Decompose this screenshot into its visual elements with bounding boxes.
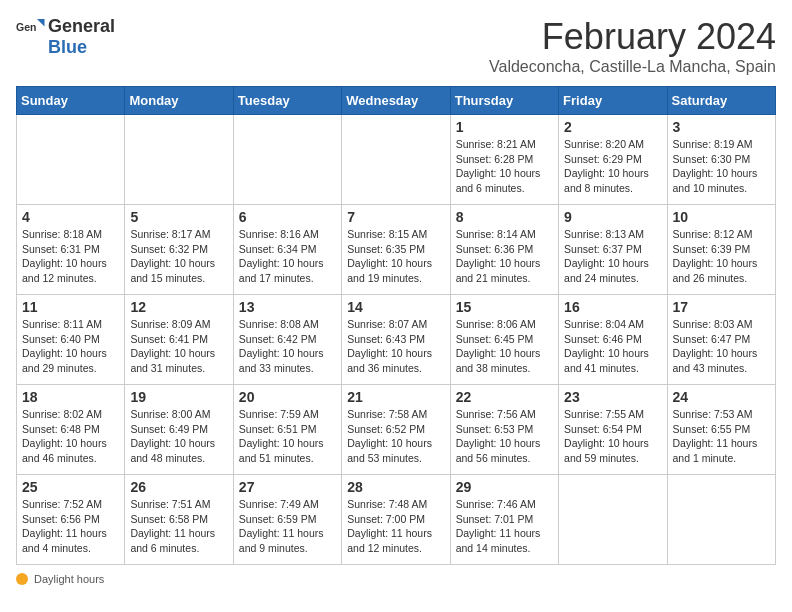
day-info: Sunrise: 8:17 AM Sunset: 6:32 PM Dayligh… (130, 227, 227, 286)
day-number: 5 (130, 209, 227, 225)
calendar-cell (559, 475, 667, 565)
day-number: 1 (456, 119, 553, 135)
calendar-cell: 5Sunrise: 8:17 AM Sunset: 6:32 PM Daylig… (125, 205, 233, 295)
day-info: Sunrise: 8:16 AM Sunset: 6:34 PM Dayligh… (239, 227, 336, 286)
day-number: 2 (564, 119, 661, 135)
day-info: Sunrise: 7:59 AM Sunset: 6:51 PM Dayligh… (239, 407, 336, 466)
page-header: Gen General Blue February 2024 Valdeconc… (16, 16, 776, 76)
calendar-cell: 20Sunrise: 7:59 AM Sunset: 6:51 PM Dayli… (233, 385, 341, 475)
sun-icon (16, 573, 28, 585)
calendar-cell: 3Sunrise: 8:19 AM Sunset: 6:30 PM Daylig… (667, 115, 775, 205)
calendar-cell: 22Sunrise: 7:56 AM Sunset: 6:53 PM Dayli… (450, 385, 558, 475)
weekday-header-saturday: Saturday (667, 87, 775, 115)
calendar-cell: 12Sunrise: 8:09 AM Sunset: 6:41 PM Dayli… (125, 295, 233, 385)
calendar-cell: 14Sunrise: 8:07 AM Sunset: 6:43 PM Dayli… (342, 295, 450, 385)
day-number: 27 (239, 479, 336, 495)
logo-icon: Gen (16, 16, 46, 46)
day-number: 11 (22, 299, 119, 315)
svg-marker-1 (37, 19, 45, 27)
day-number: 16 (564, 299, 661, 315)
day-info: Sunrise: 8:06 AM Sunset: 6:45 PM Dayligh… (456, 317, 553, 376)
calendar-cell: 10Sunrise: 8:12 AM Sunset: 6:39 PM Dayli… (667, 205, 775, 295)
day-number: 4 (22, 209, 119, 225)
footer-note: Daylight hours (16, 573, 776, 585)
day-info: Sunrise: 7:58 AM Sunset: 6:52 PM Dayligh… (347, 407, 444, 466)
calendar-cell: 7Sunrise: 8:15 AM Sunset: 6:35 PM Daylig… (342, 205, 450, 295)
title-block: February 2024 Valdeconcha, Castille-La M… (489, 16, 776, 76)
calendar-cell: 8Sunrise: 8:14 AM Sunset: 6:36 PM Daylig… (450, 205, 558, 295)
daylight-label: Daylight hours (34, 573, 104, 585)
day-info: Sunrise: 8:11 AM Sunset: 6:40 PM Dayligh… (22, 317, 119, 376)
calendar-cell: 21Sunrise: 7:58 AM Sunset: 6:52 PM Dayli… (342, 385, 450, 475)
weekday-header-tuesday: Tuesday (233, 87, 341, 115)
calendar-cell: 26Sunrise: 7:51 AM Sunset: 6:58 PM Dayli… (125, 475, 233, 565)
calendar-cell: 27Sunrise: 7:49 AM Sunset: 6:59 PM Dayli… (233, 475, 341, 565)
day-info: Sunrise: 8:02 AM Sunset: 6:48 PM Dayligh… (22, 407, 119, 466)
day-info: Sunrise: 7:51 AM Sunset: 6:58 PM Dayligh… (130, 497, 227, 556)
calendar-cell: 11Sunrise: 8:11 AM Sunset: 6:40 PM Dayli… (17, 295, 125, 385)
weekday-header-thursday: Thursday (450, 87, 558, 115)
day-number: 20 (239, 389, 336, 405)
calendar-cell: 23Sunrise: 7:55 AM Sunset: 6:54 PM Dayli… (559, 385, 667, 475)
day-info: Sunrise: 8:07 AM Sunset: 6:43 PM Dayligh… (347, 317, 444, 376)
calendar-cell: 6Sunrise: 8:16 AM Sunset: 6:34 PM Daylig… (233, 205, 341, 295)
day-info: Sunrise: 8:21 AM Sunset: 6:28 PM Dayligh… (456, 137, 553, 196)
calendar-cell: 16Sunrise: 8:04 AM Sunset: 6:46 PM Dayli… (559, 295, 667, 385)
day-info: Sunrise: 7:56 AM Sunset: 6:53 PM Dayligh… (456, 407, 553, 466)
day-info: Sunrise: 8:12 AM Sunset: 6:39 PM Dayligh… (673, 227, 770, 286)
day-info: Sunrise: 8:14 AM Sunset: 6:36 PM Dayligh… (456, 227, 553, 286)
calendar-cell: 19Sunrise: 8:00 AM Sunset: 6:49 PM Dayli… (125, 385, 233, 475)
calendar-cell: 24Sunrise: 7:53 AM Sunset: 6:55 PM Dayli… (667, 385, 775, 475)
day-info: Sunrise: 8:13 AM Sunset: 6:37 PM Dayligh… (564, 227, 661, 286)
day-info: Sunrise: 8:15 AM Sunset: 6:35 PM Dayligh… (347, 227, 444, 286)
day-number: 23 (564, 389, 661, 405)
day-number: 7 (347, 209, 444, 225)
day-number: 28 (347, 479, 444, 495)
calendar-cell (17, 115, 125, 205)
day-number: 3 (673, 119, 770, 135)
calendar-cell: 28Sunrise: 7:48 AM Sunset: 7:00 PM Dayli… (342, 475, 450, 565)
day-info: Sunrise: 8:20 AM Sunset: 6:29 PM Dayligh… (564, 137, 661, 196)
location-title: Valdeconcha, Castille-La Mancha, Spain (489, 58, 776, 76)
calendar-cell: 1Sunrise: 8:21 AM Sunset: 6:28 PM Daylig… (450, 115, 558, 205)
month-title: February 2024 (489, 16, 776, 58)
logo-general: General (48, 16, 115, 36)
day-number: 22 (456, 389, 553, 405)
week-row-1: 1Sunrise: 8:21 AM Sunset: 6:28 PM Daylig… (17, 115, 776, 205)
calendar-cell: 17Sunrise: 8:03 AM Sunset: 6:47 PM Dayli… (667, 295, 775, 385)
day-info: Sunrise: 7:55 AM Sunset: 6:54 PM Dayligh… (564, 407, 661, 466)
week-row-4: 18Sunrise: 8:02 AM Sunset: 6:48 PM Dayli… (17, 385, 776, 475)
day-number: 21 (347, 389, 444, 405)
day-info: Sunrise: 8:18 AM Sunset: 6:31 PM Dayligh… (22, 227, 119, 286)
weekday-header-friday: Friday (559, 87, 667, 115)
calendar-cell: 9Sunrise: 8:13 AM Sunset: 6:37 PM Daylig… (559, 205, 667, 295)
calendar-cell (125, 115, 233, 205)
week-row-3: 11Sunrise: 8:11 AM Sunset: 6:40 PM Dayli… (17, 295, 776, 385)
day-number: 13 (239, 299, 336, 315)
day-number: 8 (456, 209, 553, 225)
day-number: 17 (673, 299, 770, 315)
weekday-header-monday: Monday (125, 87, 233, 115)
week-row-2: 4Sunrise: 8:18 AM Sunset: 6:31 PM Daylig… (17, 205, 776, 295)
day-number: 19 (130, 389, 227, 405)
day-info: Sunrise: 7:46 AM Sunset: 7:01 PM Dayligh… (456, 497, 553, 556)
calendar-cell: 18Sunrise: 8:02 AM Sunset: 6:48 PM Dayli… (17, 385, 125, 475)
day-info: Sunrise: 7:49 AM Sunset: 6:59 PM Dayligh… (239, 497, 336, 556)
week-row-5: 25Sunrise: 7:52 AM Sunset: 6:56 PM Dayli… (17, 475, 776, 565)
day-info: Sunrise: 7:52 AM Sunset: 6:56 PM Dayligh… (22, 497, 119, 556)
svg-text:Gen: Gen (16, 21, 36, 33)
day-number: 29 (456, 479, 553, 495)
day-number: 9 (564, 209, 661, 225)
day-info: Sunrise: 7:48 AM Sunset: 7:00 PM Dayligh… (347, 497, 444, 556)
calendar-cell: 29Sunrise: 7:46 AM Sunset: 7:01 PM Dayli… (450, 475, 558, 565)
weekday-header-row: SundayMondayTuesdayWednesdayThursdayFrid… (17, 87, 776, 115)
day-info: Sunrise: 7:53 AM Sunset: 6:55 PM Dayligh… (673, 407, 770, 466)
calendar-cell: 15Sunrise: 8:06 AM Sunset: 6:45 PM Dayli… (450, 295, 558, 385)
day-number: 12 (130, 299, 227, 315)
logo-text: General Blue (48, 16, 115, 58)
calendar-cell: 25Sunrise: 7:52 AM Sunset: 6:56 PM Dayli… (17, 475, 125, 565)
day-info: Sunrise: 8:08 AM Sunset: 6:42 PM Dayligh… (239, 317, 336, 376)
day-number: 18 (22, 389, 119, 405)
weekday-header-wednesday: Wednesday (342, 87, 450, 115)
day-info: Sunrise: 8:19 AM Sunset: 6:30 PM Dayligh… (673, 137, 770, 196)
